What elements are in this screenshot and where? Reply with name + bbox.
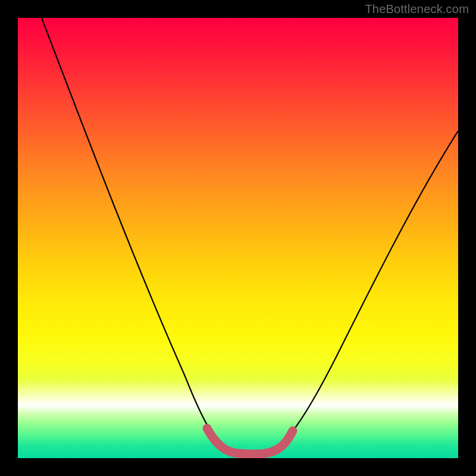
optimal-u-band — [207, 428, 293, 454]
plot-area — [18, 18, 458, 458]
chart-frame: TheBottleneck.com — [0, 0, 476, 476]
watermark-text: TheBottleneck.com — [365, 2, 469, 16]
main-curve — [42, 18, 458, 451]
bottleneck-curve-svg — [18, 18, 458, 458]
